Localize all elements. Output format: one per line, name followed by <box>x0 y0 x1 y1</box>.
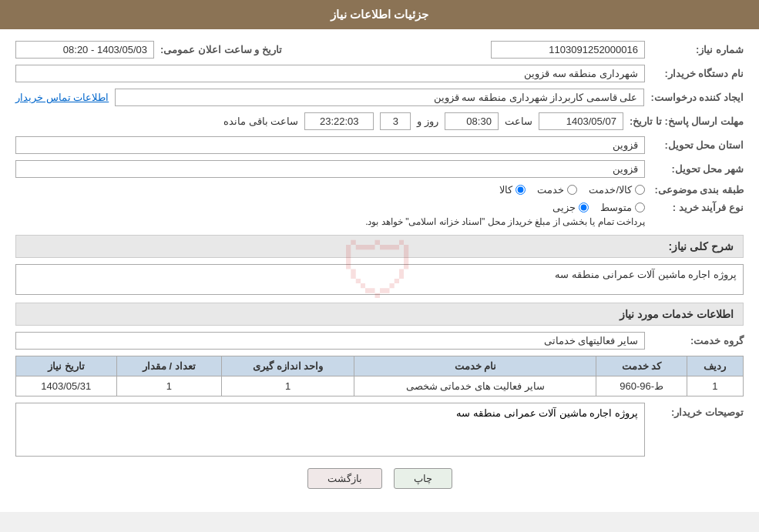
org-name-value: شهرداری منطقه سه قزوین <box>15 65 645 82</box>
radio-kala[interactable] <box>516 185 526 195</box>
buyer-desc-textarea[interactable] <box>15 403 645 457</box>
purchase-type-radio-group: متوسط جزیی <box>15 202 645 213</box>
print-button[interactable]: چاپ <box>394 468 452 489</box>
city-row: شهر محل تحویل: قزوین <box>15 160 744 178</box>
province-row: استان محل تحویل: قزوین <box>15 136 744 154</box>
category-kala: کالا <box>499 184 526 196</box>
col-unit: واحد اندازه گیری <box>222 356 354 376</box>
cell-code: ط-96-960 <box>596 376 687 396</box>
kala-label: کالا <box>499 184 512 196</box>
bottom-buttons: چاپ بازگشت <box>15 468 744 489</box>
col-code: کد خدمت <box>596 356 687 376</box>
deadline-time: 08:30 <box>445 112 499 130</box>
page-header: جزئیات اطلاعات نیاز <box>0 0 759 29</box>
service-group-row: گروه خدمت: سایر فعالیتهای خدماتی <box>15 332 744 350</box>
deadline-countdown-label: ساعت باقی مانده <box>223 115 298 127</box>
purchase-type-motavaset: متوسط <box>600 202 645 213</box>
announce-date-value: 1403/05/03 - 08:20 <box>15 41 154 59</box>
category-row: طبقه بندی موضوعی: کالا/خدمت خدمت کالا <box>15 184 744 196</box>
purchase-type-jozi: جزیی <box>552 202 589 213</box>
need-number-value: 1103091252000016 <box>491 41 645 59</box>
need-desc-section-title: شرح کلی نیاز: <box>15 235 744 258</box>
cell-count: 1 <box>116 376 222 396</box>
col-row: ردیف <box>687 356 743 376</box>
deadline-countdown: 23:22:03 <box>304 112 374 130</box>
creator-row: ایجاد کننده درخواست: علی قاسمی کاربرداز … <box>15 89 744 106</box>
category-radio-group: کالا/خدمت خدمت کالا <box>499 184 645 196</box>
contact-link[interactable]: اطلاعات تماس خریدار <box>15 92 109 103</box>
announce-date-label: تاریخ و ساعت اعلان عمومی: <box>160 44 282 55</box>
deadline-label: مهلت ارسال پاسخ: تا تاریخ: <box>630 115 744 127</box>
cell-date: 1403/05/31 <box>16 376 117 396</box>
cell-row: 1 <box>687 376 743 396</box>
purchase-type-note: پرداخت تمام یا بخشی از مبلغ خریداز محل "… <box>15 216 645 227</box>
col-count: تعداد / مقدار <box>116 356 222 376</box>
content-area: 🛡 شماره نیاز: 1103091252000016 تاریخ و س… <box>0 29 759 512</box>
city-value: قزوین <box>15 160 645 178</box>
province-value: قزوین <box>15 136 645 154</box>
org-name-row: نام دستگاه خریدار: شهرداری منطقه سه قزوی… <box>15 65 744 82</box>
purchase-type-label: نوع فرآیند خرید : <box>651 202 744 213</box>
buyer-desc-label: توصیحات خریدار: <box>651 403 744 418</box>
services-section-title: اطلاعات خدمات مورد نیاز <box>15 303 744 326</box>
kala-khadamat-label: کالا/خدمت <box>589 184 632 196</box>
need-number-row: شماره نیاز: 1103091252000016 تاریخ و ساع… <box>15 41 744 59</box>
deadline-date: 1403/05/07 <box>539 112 623 130</box>
province-label: استان محل تحویل: <box>651 139 744 151</box>
deadline-day-label: روز و <box>417 115 438 127</box>
radio-motavaset[interactable] <box>635 202 645 212</box>
need-number-label: شماره نیاز: <box>651 44 744 55</box>
creator-label: ایجاد کننده درخواست: <box>650 92 744 103</box>
city-label: شهر محل تحویل: <box>651 163 744 175</box>
radio-jozi[interactable] <box>579 202 589 212</box>
khadamat-label: خدمت <box>537 184 564 196</box>
category-label: طبقه بندی موضوعی: <box>651 184 744 196</box>
need-desc-value: پروژه اجاره ماشین آلات عمرانی منطقه سه <box>15 264 744 295</box>
service-group-label: گروه خدمت: <box>651 335 744 346</box>
org-name-label: نام دستگاه خریدار: <box>651 68 744 79</box>
creator-value: علی قاسمی کاربرداز شهرداری منطقه سه قزوی… <box>115 89 644 106</box>
col-date: تاریخ نیاز <box>16 356 117 376</box>
page-title: جزئیات اطلاعات نیاز <box>331 8 428 21</box>
deadline-time-label: ساعت <box>505 115 532 127</box>
need-desc-label: شرح کلی نیاز: <box>669 240 734 253</box>
deadline-days: 3 <box>380 112 411 130</box>
col-name: نام خدمت <box>354 356 596 376</box>
services-table: ردیف کد خدمت نام خدمت واحد اندازه گیری ت… <box>15 356 744 396</box>
jozi-label: جزیی <box>552 202 576 213</box>
radio-kala-khadamat[interactable] <box>635 185 645 195</box>
category-kala-khadamat: کالا/خدمت <box>589 184 645 196</box>
table-row: 1 ط-96-960 سایر فعالیت های خدماتی شخصی 1… <box>16 376 744 396</box>
radio-khadamat[interactable] <box>567 185 577 195</box>
need-desc-box-wrapper: پروژه اجاره ماشین آلات عمرانی منطقه سه <box>15 264 744 295</box>
category-khadamat: خدمت <box>537 184 577 196</box>
deadline-row: مهلت ارسال پاسخ: تا تاریخ: 1403/05/07 سا… <box>15 112 744 130</box>
purchase-type-row: نوع فرآیند خرید : متوسط جزیی پرداخت تمام… <box>15 202 744 227</box>
motavaset-label: متوسط <box>600 202 632 213</box>
services-title: اطلاعات خدمات مورد نیاز <box>620 308 734 320</box>
buyer-desc-section: توصیحات خریدار: <box>15 403 744 457</box>
service-group-value: سایر فعالیتهای خدماتی <box>15 332 645 350</box>
cell-name: سایر فعالیت های خدماتی شخصی <box>354 376 596 396</box>
cell-unit: 1 <box>222 376 354 396</box>
back-button[interactable]: بازگشت <box>307 468 382 489</box>
